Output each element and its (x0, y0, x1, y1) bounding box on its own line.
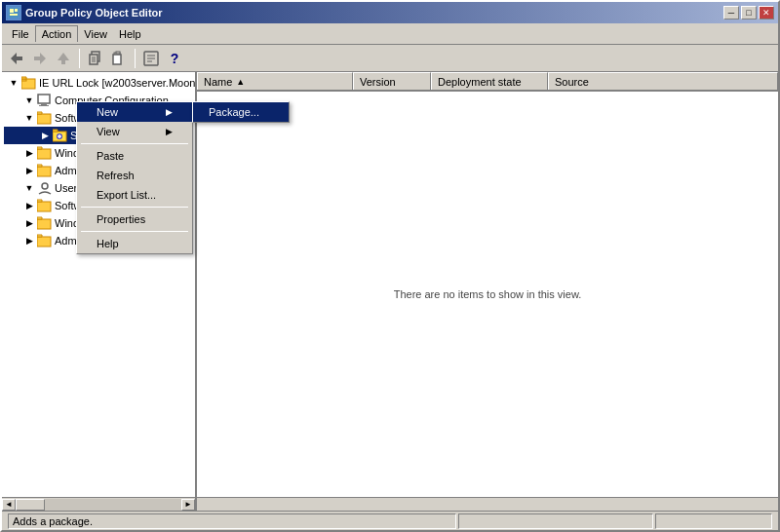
win-settings-toggle[interactable]: ▶ (21, 145, 37, 161)
scroll-thumb[interactable] (16, 499, 45, 511)
status-panel-3 (655, 513, 772, 529)
panels-area: ▼ IE URL Lock [w2003server.Moonlig ▼ (2, 72, 778, 497)
svg-rect-29 (37, 149, 51, 159)
ctx-sep-3 (81, 231, 188, 232)
ctx-help[interactable]: Help (77, 234, 192, 253)
admin-user-toggle[interactable]: ▶ (21, 233, 37, 248)
toolbar: ? (2, 45, 778, 72)
svg-point-31 (42, 183, 48, 189)
menu-view[interactable]: View (78, 26, 113, 42)
win-settings-user-icon (37, 216, 53, 230)
up-button[interactable] (53, 48, 74, 69)
svg-rect-22 (41, 103, 47, 105)
user-toggle[interactable]: ▼ (21, 180, 37, 196)
admin-user-icon (37, 234, 53, 247)
column-headers: Name ▲ Version Deployment state Source (197, 72, 778, 92)
toolbar-sep-2 (135, 49, 136, 68)
sw-settings-icon (37, 111, 53, 125)
win-settings-icon (37, 146, 53, 160)
copy-button[interactable] (85, 48, 106, 69)
ctx-view[interactable]: View ▶ (77, 122, 192, 141)
menu-action[interactable]: Action (35, 25, 79, 42)
user-config-icon (37, 181, 53, 195)
ctx-sep-2 (81, 207, 188, 208)
col-version[interactable]: Version (353, 72, 431, 90)
scroll-track[interactable] (16, 499, 181, 511)
status-text: Adds a package. (8, 513, 456, 529)
ctx-new[interactable]: New ▶ Package... (77, 102, 192, 122)
admin-templates-icon (37, 164, 53, 177)
svg-rect-30 (37, 167, 51, 176)
svg-rect-13 (113, 55, 121, 64)
toolbar-sep-1 (79, 49, 80, 68)
sw-install-icon (53, 129, 68, 142)
sw-user-toggle[interactable]: ▶ (21, 198, 37, 213)
detail-panel: Name ▲ Version Deployment state Source T… (197, 72, 778, 497)
svg-rect-34 (37, 237, 51, 247)
submenu-new: Package... (192, 101, 290, 123)
h-scrollbar-container: ◄ ► (2, 498, 197, 511)
svg-marker-6 (58, 53, 69, 64)
status-bar: Adds a package. (2, 511, 778, 530)
ctx-view-arrow: ▶ (166, 127, 173, 136)
svg-rect-24 (37, 114, 51, 124)
status-panel-2 (458, 513, 653, 529)
app-icon (6, 5, 21, 20)
admin-toggle[interactable]: ▶ (21, 163, 37, 178)
root-label: IE URL Lock [w2003server.Moonlig (39, 77, 197, 89)
bottom-area: ◄ ► Adds a package. (2, 497, 778, 530)
svg-rect-33 (37, 219, 51, 229)
col-deployment[interactable]: Deployment state (431, 72, 548, 90)
svg-marker-5 (34, 53, 46, 64)
sw-settings-toggle[interactable]: ▼ (21, 110, 37, 126)
sw-settings-user-icon (37, 199, 53, 212)
window-title: Group Policy Object Editor (25, 7, 163, 19)
close-button[interactable]: ✕ (759, 6, 774, 19)
scroll-row: ◄ ► (2, 497, 778, 511)
ctx-properties[interactable]: Properties (77, 209, 192, 229)
scroll-left-btn[interactable]: ◄ (2, 499, 16, 511)
svg-marker-4 (11, 53, 22, 64)
sw-install-toggle[interactable]: ▶ (37, 128, 53, 143)
ctx-refresh[interactable]: Refresh (77, 166, 192, 185)
maximize-button[interactable]: □ (741, 6, 757, 19)
paste-button[interactable] (108, 48, 130, 69)
menu-help[interactable]: Help (113, 26, 147, 42)
col-source[interactable]: Source (548, 72, 778, 90)
back-button[interactable] (6, 48, 27, 69)
svg-rect-1 (10, 9, 14, 13)
minimize-button[interactable]: ─ (723, 6, 739, 19)
help-button[interactable]: ? (164, 48, 185, 69)
ctx-sep-1 (81, 143, 188, 144)
title-buttons: ─ □ ✕ (723, 6, 774, 19)
win-user-toggle[interactable]: ▶ (21, 215, 37, 231)
forward-button[interactable] (29, 48, 51, 69)
properties-button[interactable] (140, 48, 162, 69)
ctx-new-arrow: ▶ (166, 107, 173, 117)
ctx-paste[interactable]: Paste (77, 146, 192, 166)
submenu-package[interactable]: Package... (193, 102, 289, 122)
detail-empty-message: There are no items to show in this view. (197, 92, 778, 497)
menu-bar: File Action View Help (2, 23, 778, 45)
svg-rect-32 (37, 202, 51, 211)
svg-rect-2 (15, 9, 18, 12)
context-menu: New ▶ Package... View ▶ Paste Refresh Ex… (76, 101, 193, 254)
comp-toggle[interactable]: ▼ (21, 93, 37, 108)
title-bar: Group Policy Object Editor ─ □ ✕ (2, 2, 778, 23)
svg-rect-21 (38, 95, 50, 103)
computer-config-icon (37, 94, 53, 107)
tree-root[interactable]: ▼ IE URL Lock [w2003server.Moonlig (4, 74, 193, 92)
scroll-right-btn[interactable]: ► (181, 499, 195, 511)
svg-rect-3 (10, 14, 18, 16)
svg-rect-14 (116, 52, 120, 54)
root-icon (21, 76, 37, 90)
root-toggle[interactable]: ▼ (6, 75, 21, 91)
col-name[interactable]: Name ▲ (197, 72, 353, 90)
svg-rect-23 (39, 105, 49, 106)
menu-file[interactable]: File (6, 26, 35, 42)
ctx-export-list[interactable]: Export List... (77, 185, 192, 205)
